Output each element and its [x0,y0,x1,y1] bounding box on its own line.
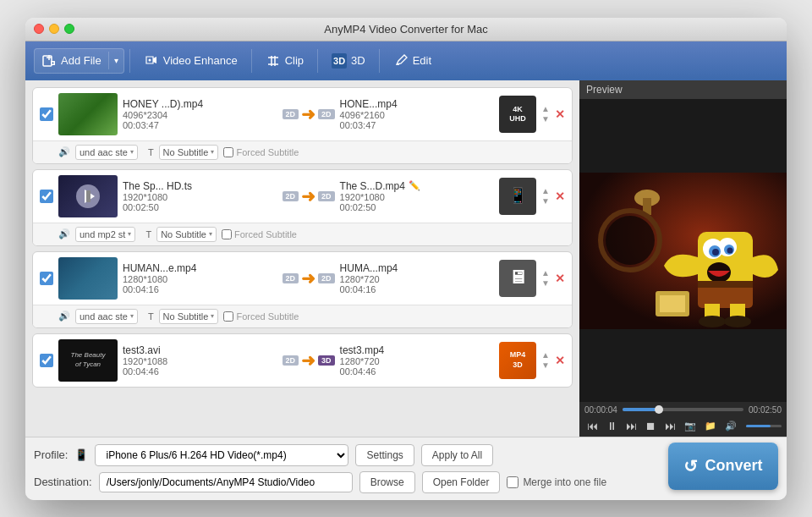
file-2-badge-2d-out: 2D [318,191,335,201]
edit-icon [393,53,409,69]
file-3-subtitle-select[interactable]: No Subtitle ▾ [159,309,219,324]
toolbar-divider-3 [317,49,318,73]
file-3-badge-2d-in: 2D [283,273,299,283]
subtitle-icon: T [148,147,154,157]
volume-bar[interactable] [746,425,782,427]
file-4-time: 00:04:46 [123,366,277,377]
title-bar: AnyMP4 Video Converter for Mac [25,18,787,41]
file-2-subtitle-select[interactable]: No Subtitle ▾ [156,227,217,242]
3d-button[interactable]: 3D 3D [323,49,374,73]
toolbar: Add File ▾ Video Enhance [25,41,787,80]
apply-to-all-button[interactable]: Apply to All [421,444,493,466]
stop-button[interactable]: ⏹ [643,419,659,433]
file-1-subtitle-select[interactable]: No Subtitle ▾ [159,145,219,160]
file-2-close[interactable]: ✕ [555,190,565,203]
file-3-output-info: HUMA...mp4 1280*720 00:04:16 [340,262,495,294]
file-item-4-top: The Beautyof Tycan test3.avi 1920*1088 0… [33,334,572,387]
file-4-output-info: test3.mp4 1280*720 00:04:46 [340,344,495,377]
file-2-info: The Sp... HD.ts 1920*1080 00:02:50 [123,180,277,212]
file-2-output-size: 1920*1080 [340,192,495,202]
file-4-arrow: 2D ➜ 3D [283,350,335,371]
maximize-button[interactable] [64,24,74,34]
file-item-3: HUMAN...e.mp4 1280*1080 00:04:16 2D ➜ 2D… [32,251,573,328]
progress-track[interactable] [623,408,743,411]
progress-thumb[interactable] [655,405,663,414]
file-4-info: test3.avi 1920*1088 00:04:46 [123,344,277,377]
profile-row: Profile: 📱 iPhone 6 Plus/6 H.264 HD Vide… [34,444,778,466]
profile-select[interactable]: iPhone 6 Plus/6 H.264 HD Video(*.mp4) [95,444,348,466]
svg-rect-27 [698,281,753,288]
close-button[interactable] [34,24,44,34]
file-3-scroll: ▲ ▼ [541,269,550,288]
file-4-close[interactable]: ✕ [555,354,565,367]
browse-button[interactable]: Browse [359,471,415,493]
audio-icon-2: 🔊 [58,228,70,239]
file-3-scroll-down[interactable]: ▼ [541,279,550,288]
file-2-scroll-down[interactable]: ▼ [541,197,550,206]
file-1-checkbox[interactable] [40,107,53,121]
video-enhance-button[interactable]: Video Enhance [135,49,246,73]
file-2-output-name: The S...D.mp4 ✏️ [340,180,495,192]
play-button[interactable]: ⏸ [604,419,620,433]
file-1-scroll-up[interactable]: ▲ [541,105,550,113]
bottom-area: Profile: 📱 iPhone 6 Plus/6 H.264 HD Vide… [25,437,787,500]
open-folder-button[interactable]: Open Folder [422,471,501,493]
clip-button[interactable]: Clip [257,49,312,73]
file-1-output-info: HONE...mp4 4096*2160 00:03:47 [340,98,495,130]
file-item-1-top: HONEY ...D).mp4 4096*2304 00:03:47 2D ➜ … [33,88,572,140]
svg-point-31 [724,316,751,327]
fast-forward-button[interactable]: ⏭ [623,419,639,433]
skip-back-button[interactable]: ⏮ [584,419,601,433]
file-4-checkbox[interactable] [40,354,53,367]
screenshot-button[interactable]: 📷 [682,420,699,432]
file-3-forced-subtitle: Forced Subtitle [223,311,299,322]
file-3-arrow: 2D ➜ 2D [283,268,335,289]
audio-dropdown-arrow: ▾ [130,148,134,156]
merge-checkbox[interactable] [507,476,518,488]
time-total: 00:02:50 [749,405,782,415]
file-4-scroll-down[interactable]: ▼ [541,361,550,370]
forced-sub-checkbox[interactable] [223,147,233,157]
subtitle-dropdown-arrow: ▾ [211,148,214,156]
file-4-arrow-icon: ➜ [301,350,315,371]
edit-button[interactable]: Edit [385,49,440,73]
svg-point-17 [606,216,655,265]
progress-bar-container: 00:00:04 00:02:50 [584,405,782,415]
file-3-badge-2d-out: 2D [318,273,335,283]
file-2-forced-subtitle: Forced Subtitle [222,229,297,239]
file-2-edit-icon[interactable]: ✏️ [409,180,420,191]
forced-sub-2-checkbox[interactable] [222,229,232,239]
file-1-audio-select[interactable]: und aac ste ▾ [75,145,138,160]
convert-label: Convert [705,457,762,475]
next-button[interactable]: ⏭ [662,419,678,433]
volume-button[interactable]: 🔊 [722,420,739,432]
file-4-scroll-up[interactable]: ▲ [541,351,550,360]
file-3-close[interactable]: ✕ [555,272,565,285]
destination-input[interactable] [99,472,353,492]
file-3-scroll-up[interactable]: ▲ [541,269,550,278]
file-2-audio-select[interactable]: und mp2 st ▾ [75,227,135,242]
add-file-dropdown[interactable]: ▾ [108,52,123,69]
add-file-button[interactable]: Add File ▾ [34,48,124,74]
file-3-output-time: 00:04:16 [340,284,495,294]
add-file-main[interactable]: Add File [35,49,108,73]
3d-icon: 3D [332,53,347,69]
file-1-scroll-down[interactable]: ▼ [541,115,550,124]
forced-sub-3-checkbox[interactable] [223,311,233,322]
file-3-audio-select[interactable]: und aac ste ▾ [75,309,138,324]
file-1-close[interactable]: ✕ [555,107,565,121]
file-2-output-info: The S...D.mp4 ✏️ 1920*1080 00:02:50 [340,180,495,212]
file-1-arrow: 2D ➜ 2D [283,104,335,124]
file-3-format-badge: 🖥 [499,260,536,297]
file-2-time: 00:02:50 [123,202,277,212]
convert-button[interactable]: ↺ Convert [668,443,778,490]
merge-row: Merge into one file [507,476,606,488]
file-3-checkbox[interactable] [40,272,53,285]
folder-button[interactable]: 📁 [702,420,719,432]
file-2-scroll-up[interactable]: ▲ [541,187,550,195]
settings-button[interactable]: Settings [355,444,414,466]
file-3-arrow-icon: ➜ [301,268,315,289]
file-2-checkbox[interactable] [40,190,53,203]
profile-icon: 📱 [74,448,88,461]
minimize-button[interactable] [49,24,59,34]
